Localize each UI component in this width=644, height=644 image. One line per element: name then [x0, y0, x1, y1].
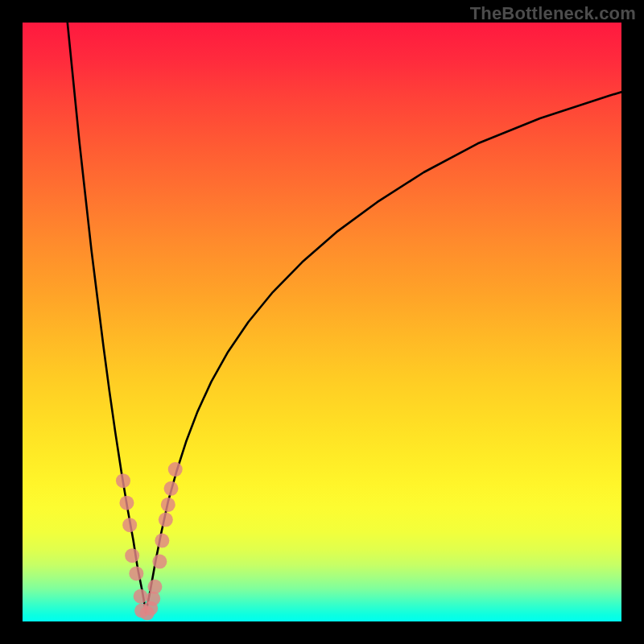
sample-marker — [116, 473, 130, 488]
sample-marker — [119, 496, 134, 510]
sample-marker — [164, 481, 179, 496]
chart-frame: TheBottleneck.com — [0, 0, 644, 644]
sample-marker — [147, 580, 162, 594]
sample-marker — [129, 566, 143, 580]
plot-area — [23, 23, 621, 621]
sample-marker — [168, 462, 183, 477]
curve-layer — [23, 23, 621, 621]
sample-marker — [161, 497, 175, 512]
curve-bottleneck_curve_right — [146, 92, 621, 613]
sample-marker — [122, 518, 137, 532]
sample-marker — [125, 548, 139, 563]
watermark-text: TheBottleneck.com — [470, 3, 636, 24]
sample-marker — [134, 589, 148, 604]
sample-marker — [152, 555, 167, 569]
sample-marker — [155, 534, 169, 548]
sample-marker — [159, 513, 173, 527]
